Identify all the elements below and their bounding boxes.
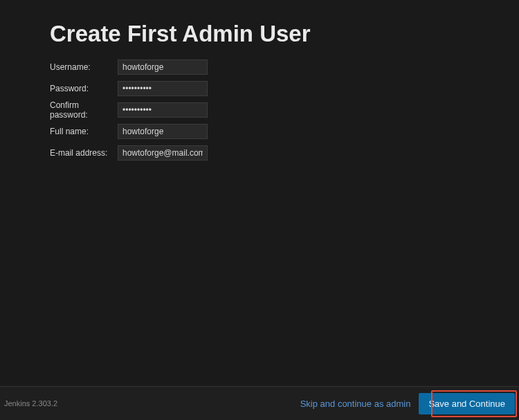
fullname-label: Full name:	[50, 127, 118, 136]
form-row-confirm: Confirm password:	[50, 102, 477, 118]
email-label: E-mail address:	[50, 148, 118, 158]
fullname-input[interactable]	[118, 124, 208, 139]
footer-bar: Jenkins 2.303.2 Skip and continue as adm…	[0, 386, 519, 420]
confirm-input[interactable]	[118, 102, 208, 118]
form-row-fullname: Full name:	[50, 124, 477, 139]
save-continue-button[interactable]: Save and Continue	[419, 393, 515, 414]
password-label: Password:	[50, 84, 118, 93]
version-text: Jenkins 2.303.2	[4, 399, 57, 408]
password-input[interactable]	[118, 81, 208, 96]
main-content: Create First Admin User Username: Passwo…	[0, 0, 519, 161]
confirm-label: Confirm password:	[50, 100, 118, 120]
form-row-username: Username:	[50, 60, 477, 75]
email-input[interactable]	[118, 145, 208, 161]
form-row-email: E-mail address:	[50, 145, 477, 161]
username-input[interactable]	[118, 60, 208, 75]
username-label: Username:	[50, 62, 118, 72]
page-title: Create First Admin User	[50, 21, 477, 47]
skip-link[interactable]: Skip and continue as admin	[300, 399, 411, 409]
form-row-password: Password:	[50, 81, 477, 96]
